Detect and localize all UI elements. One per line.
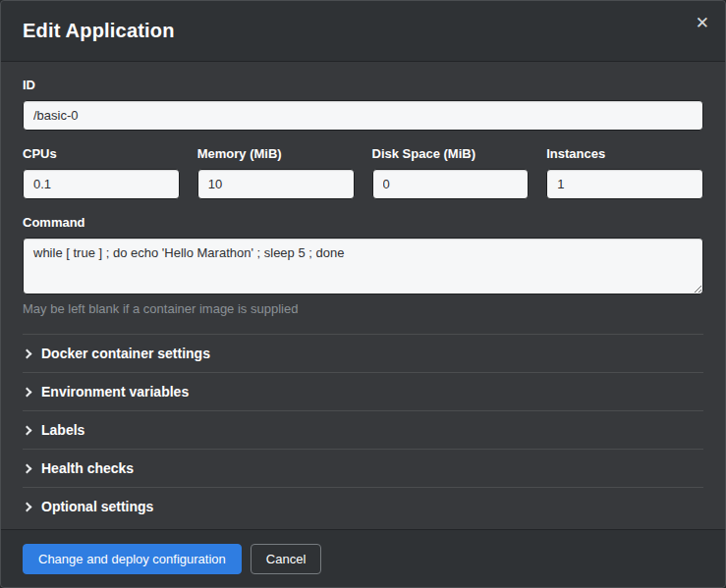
section-label: Environment variables bbox=[41, 384, 189, 400]
cancel-button[interactable]: Cancel bbox=[251, 544, 321, 574]
chevron-right-icon bbox=[23, 425, 32, 435]
memory-input[interactable] bbox=[197, 169, 355, 199]
memory-label: Memory (MiB) bbox=[197, 146, 355, 161]
instances-field-group: Instances bbox=[546, 146, 703, 199]
id-input[interactable] bbox=[23, 100, 703, 131]
chevron-right-icon bbox=[23, 348, 32, 358]
cpus-input[interactable] bbox=[23, 169, 180, 199]
command-field-group: Command while [ true ] ; do echo 'Hello … bbox=[23, 215, 703, 316]
disk-input[interactable] bbox=[372, 169, 530, 199]
close-icon[interactable]: ✕ bbox=[696, 15, 709, 31]
edit-application-modal: Edit Application ✕ ID CPUs Memory (MiB) … bbox=[0, 0, 726, 588]
modal-body: ID CPUs Memory (MiB) Disk Space (MiB) In… bbox=[1, 62, 725, 529]
section-docker-container-settings[interactable]: Docker container settings bbox=[23, 334, 703, 372]
instances-input[interactable] bbox=[546, 169, 703, 199]
chevron-right-icon bbox=[23, 463, 32, 473]
cpus-field-group: CPUs bbox=[23, 146, 180, 199]
modal-title: Edit Application bbox=[23, 20, 175, 42]
section-label: Optional settings bbox=[41, 499, 153, 514]
id-label: ID bbox=[23, 78, 703, 92]
section-label: Docker container settings bbox=[41, 346, 210, 361]
modal-footer: Change and deploy configuration Cancel bbox=[1, 529, 725, 587]
disk-label: Disk Space (MiB) bbox=[372, 146, 530, 161]
section-optional-settings[interactable]: Optional settings bbox=[23, 487, 703, 525]
disk-field-group: Disk Space (MiB) bbox=[372, 146, 530, 199]
command-textarea[interactable]: while [ true ] ; do echo 'Hello Marathon… bbox=[23, 238, 703, 294]
section-label: Labels bbox=[41, 422, 84, 438]
section-label: Health checks bbox=[41, 460, 134, 476]
command-label: Command bbox=[23, 215, 703, 230]
modal-header: Edit Application ✕ bbox=[1, 1, 725, 62]
id-field-group: ID bbox=[23, 78, 703, 131]
resources-row: CPUs Memory (MiB) Disk Space (MiB) Insta… bbox=[23, 146, 703, 199]
chevron-right-icon bbox=[23, 387, 32, 397]
memory-field-group: Memory (MiB) bbox=[197, 146, 355, 199]
command-help-text: May be left blank if a container image i… bbox=[23, 301, 703, 316]
section-labels[interactable]: Labels bbox=[23, 410, 703, 449]
section-environment-variables[interactable]: Environment variables bbox=[23, 372, 703, 410]
change-and-deploy-button[interactable]: Change and deploy configuration bbox=[23, 544, 242, 574]
cpus-label: CPUs bbox=[23, 146, 180, 161]
chevron-right-icon bbox=[23, 502, 32, 511]
section-health-checks[interactable]: Health checks bbox=[23, 449, 703, 487]
collapsible-sections: Docker container settings Environment va… bbox=[23, 334, 703, 525]
instances-label: Instances bbox=[546, 146, 703, 161]
